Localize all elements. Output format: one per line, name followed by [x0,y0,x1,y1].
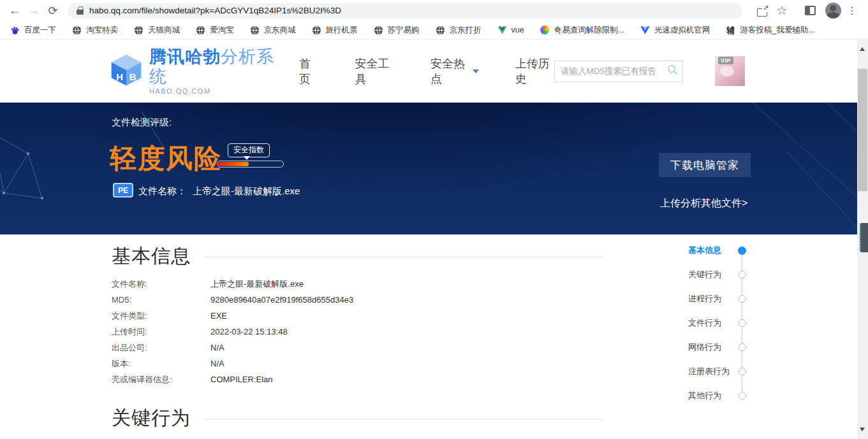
scroll-down-icon[interactable] [860,428,865,434]
nav-security-hotspots[interactable]: 安全热点 [430,56,479,87]
table-row: 版本:N/A [112,356,558,371]
back-icon[interactable]: ← [5,1,24,20]
address-bar[interactable]: habo.qq.com/file/showdetail?pk=ADcGYV1qB… [68,3,742,18]
bookmark-label: vue [511,25,524,34]
timeline-dot-icon [739,319,746,327]
swirl-icon [540,25,550,35]
timeline-dot-icon [739,271,746,278]
bookmark-label: 苏宁易购 [388,25,420,36]
md5-search [554,61,683,82]
nav-home[interactable]: 首页 [299,56,319,87]
share-icon[interactable] [753,1,772,20]
globe-icon [312,25,321,35]
file-name-label: 文件名称： [138,185,186,196]
risk-rating: 轻度风险 [110,141,222,176]
divider [204,419,603,419]
rating-label: 文件检测评级: [112,117,172,129]
side-panel-icon[interactable] [800,1,820,20]
bookmark-jd-discount[interactable]: 京东打折 [436,25,482,36]
bookmark-fuzhu[interactable]: 辅 游客投稿_我爱辅助... [726,25,815,36]
menu-icon[interactable]: ⋮ [842,1,862,20]
globe-icon [196,25,205,35]
timeline-dot-icon [739,368,746,375]
bookmark-star-icon[interactable]: ☆ [772,1,791,20]
bookmark-suning[interactable]: 苏宁易购 [374,25,420,36]
download-pc-manager-button[interactable]: 下载电脑管家 [659,153,751,177]
logo-text: 腾讯哈勃分析系统 HABO.QQ.COM [149,47,276,95]
bookmark-lightspeed[interactable]: 光速虚拟机官网 [640,25,710,36]
lock-icon [77,6,84,15]
bookmark-label: 京东商城 [264,25,296,36]
site-header: H B 腾讯哈勃分析系统 HABO.QQ.COM 首页 安全工具 安全热点 上传… [0,40,857,103]
sidebar-item-other-behavior[interactable]: 其他行为 [688,384,746,408]
profile-avatar-icon[interactable] [823,1,842,20]
sidebar-item-process-behavior[interactable]: 进程行为 [688,287,746,311]
table-row: 文件名称:上帝之眼-最新破解版.exe [112,276,558,292]
sidebar-item-file-behavior[interactable]: 文件行为 [688,311,746,335]
search-icon[interactable] [666,64,679,78]
bookmark-label: 游客投稿_我爱辅助... [740,25,815,36]
nav-security-tools[interactable]: 安全工具 [355,56,394,87]
bookmark-aitaobao[interactable]: 爱淘宝 [196,25,234,36]
bookmark-baidu[interactable]: 百度一下 [10,25,56,36]
bookmark-label: 爱淘宝 [210,25,234,36]
bookmark-label: 旅行机票 [326,25,358,36]
safety-index-bar [217,161,284,168]
section-timeline-nav: 基本信息 关键行为 进程行为 文件行为 网络行为 注册表行为 其他行为 [688,238,746,408]
timeline-dot-icon [739,295,746,303]
svg-text:B: B [129,71,136,82]
forward-icon[interactable]: → [24,1,43,20]
habo-logo[interactable]: H B 腾讯哈勃分析系统 HABO.QQ.COM [108,47,276,95]
sidebar-item-key-behavior[interactable]: 关键行为 [688,263,746,287]
bookmark-label: 百度一下 [24,25,56,36]
scroll-up-icon[interactable] [860,45,865,51]
globe-icon [72,25,82,35]
divider [204,257,603,257]
reload-icon[interactable]: ⟳ [43,1,63,20]
logo-title: 腾讯哈勃分析系统 [149,47,276,87]
search-input[interactable] [561,66,666,76]
bookmark-tmall[interactable]: 天猫商城 [134,25,180,36]
globe-icon [250,25,260,35]
bookmark-label: 京东打折 [450,25,482,36]
toolbar-right: ☆ ⋮ [753,1,862,20]
habo-cube-icon: H B [108,52,144,90]
table-row: 文件类型:EXE [112,308,558,324]
bookmark-label: 光速虚拟机官网 [654,25,710,36]
sidebar-item-network-behavior[interactable]: 网络行为 [688,335,746,359]
table-row: 上传时间:2022-03-22 15:13:48 [112,324,558,340]
scrollbar-thumb[interactable] [858,69,867,191]
basic-info-title: 基本信息 [112,243,191,270]
main-nav: 首页 安全工具 安全热点 上传历史 [299,56,554,87]
fu-text-icon: 辅 [726,25,736,35]
baidu-icon [10,25,20,35]
sidebar-item-basic-info[interactable]: 基本信息 [688,238,746,263]
bookmark-label: 淘宝特卖 [86,25,118,36]
pe-file-icon: PE [113,183,133,198]
user-avatar[interactable]: VIP [715,56,745,86]
timeline-dot-icon [738,247,746,255]
bookmark-label: 天猫商城 [148,25,180,36]
globe-icon [374,25,383,35]
bookmark-qiyi[interactable]: 奇易查询解除限制... [540,25,624,36]
file-name: 上帝之眼-最新破解版.exe [193,185,300,196]
timeline-dot-icon [739,392,746,399]
floating-side-widget[interactable] [860,223,868,252]
bookmark-vue[interactable]: vue [497,25,524,35]
page: ← → ⟳ habo.qq.com/file/showdetail?pk=ADc… [0,0,868,439]
svg-text:H: H [116,71,123,82]
bookmark-taobao[interactable]: 淘宝特卖 [72,25,118,36]
chevron-down-icon [473,69,479,76]
bookmark-jd[interactable]: 京东商城 [250,25,296,36]
table-row: MD5:9280e89640a07e2f919f658d655d34e3 [112,292,558,308]
nav-upload-history[interactable]: 上传历史 [515,56,554,87]
globe-icon [436,25,445,35]
table-row: 出品公司:N/A [112,340,558,356]
bookmark-travel[interactable]: 旅行机票 [312,25,358,36]
table-row: 壳或编译器信息:COMPILER:Elan [112,371,558,387]
upload-other-file-link[interactable]: 上传分析其他文件> [660,197,747,210]
sidebar-item-registry-behavior[interactable]: 注册表行为 [688,359,746,384]
share-arrow-glyph [757,6,769,16]
vip-badge: VIP [718,57,733,64]
url-text: habo.qq.com/file/showdetail?pk=ADcGYV1qB… [89,6,341,15]
